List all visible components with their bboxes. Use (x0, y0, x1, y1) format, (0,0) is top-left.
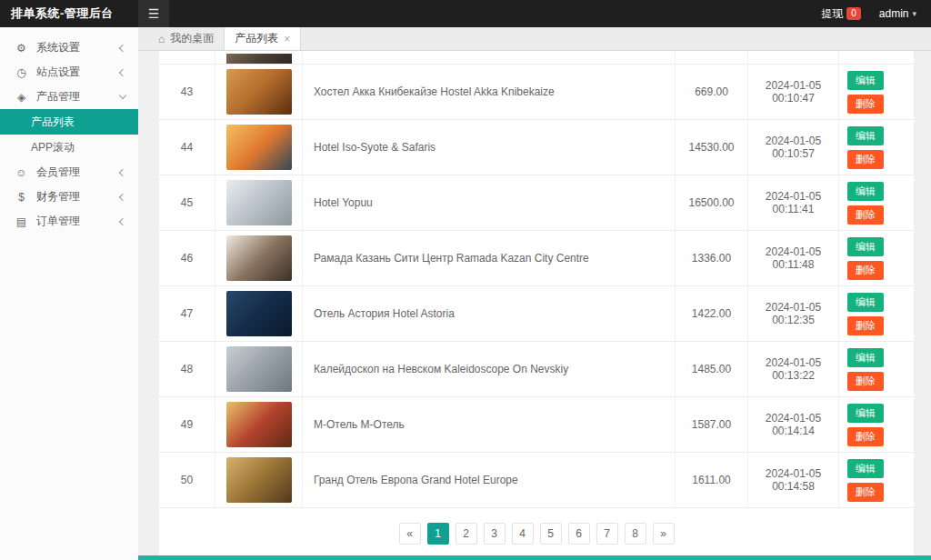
page-button[interactable]: 6 (568, 523, 590, 545)
clock-icon: ◷ (15, 66, 28, 79)
delete-button[interactable]: 删除 (847, 205, 884, 225)
row-id: 43 (159, 65, 215, 119)
dollar-icon: $ (15, 191, 28, 204)
table-row: 48 Калейдоскоп на Невском Kaleidoscope O… (159, 342, 914, 397)
product-table-body: 43 Хостел Акка Книбекайзе Hostel Akka Kn… (159, 65, 914, 508)
chevron-left-icon (119, 68, 126, 75)
edit-button[interactable]: 编辑 (847, 293, 884, 312)
product-price: 669.00 (676, 65, 748, 119)
row-actions: 编辑 删除 (839, 453, 914, 507)
edit-button[interactable]: 编辑 (847, 182, 884, 201)
delete-button[interactable]: 删除 (847, 483, 884, 502)
row-image-cell (215, 397, 303, 452)
delete-button[interactable]: 删除 (847, 95, 884, 114)
hamburger-icon: ☰ (148, 6, 160, 21)
delete-button[interactable]: 删除 (847, 372, 884, 391)
product-image (226, 125, 292, 170)
edit-button[interactable]: 编辑 (847, 71, 884, 90)
chevron-down-icon (119, 92, 126, 99)
tab-label: 我的桌面 (170, 31, 214, 46)
row-image-cell (215, 175, 303, 230)
row-image-cell (215, 231, 303, 285)
delete-button[interactable]: 删除 (847, 261, 884, 280)
row-id (159, 51, 215, 64)
tab-product-list[interactable]: 产品列表 × (225, 27, 301, 50)
sidebar-item-app-scroll[interactable]: APP滚动 (0, 135, 138, 160)
row-actions: 编辑 删除 (839, 397, 914, 452)
delete-button[interactable]: 删除 (847, 150, 884, 169)
product-image (226, 180, 292, 225)
row-image-cell (215, 453, 303, 507)
product-price: 1587.00 (676, 397, 748, 452)
horizontal-scrollbar[interactable] (138, 555, 931, 560)
table-row: 44 Hotel Iso-Syote & Safaris 14530.00 20… (159, 120, 914, 175)
page-button[interactable]: 3 (484, 523, 506, 545)
page-button[interactable]: 8 (625, 523, 646, 545)
withdraw-label: 提现 (821, 6, 843, 22)
product-icon: ◈ (15, 91, 28, 104)
page-button[interactable]: 4 (512, 523, 534, 545)
gear-icon: ⚙ (15, 42, 28, 55)
sidebar-item-product-management[interactable]: ◈ 产品管理 (0, 85, 138, 109)
product-image (226, 69, 292, 115)
close-icon[interactable]: × (284, 33, 290, 45)
table-row: 43 Хостел Акка Книбекайзе Hostel Akka Kn… (159, 65, 914, 120)
edit-button[interactable]: 编辑 (847, 459, 884, 478)
sidebar-toggle-button[interactable]: ☰ (138, 0, 169, 27)
tab-my-desktop[interactable]: ⌂ 我的桌面 (148, 27, 225, 50)
tab-label: 产品列表 (235, 31, 278, 46)
sidebar-item-label: 站点设置 (36, 65, 120, 80)
sidebar-item-system-settings[interactable]: ⚙ 系统设置 (0, 35, 138, 60)
edit-button[interactable]: 编辑 (847, 126, 884, 145)
edit-button[interactable]: 编辑 (847, 348, 884, 367)
row-id: 49 (159, 397, 215, 452)
tab-bar: ⌂ 我的桌面 产品列表 × (138, 27, 931, 51)
product-price: 1611.00 (676, 453, 748, 507)
table-row: 47 Отель Астория Hotel Astoria 1422.00 2… (159, 286, 914, 342)
delete-button[interactable]: 删除 (847, 316, 884, 335)
sidebar-item-order-management[interactable]: ▤ 订单管理 (0, 209, 138, 234)
user-menu[interactable]: admin ▾ (879, 7, 916, 20)
page-button[interactable]: 5 (540, 523, 562, 545)
sidebar-item-finance-management[interactable]: $ 财务管理 (0, 185, 138, 209)
row-actions: 编辑 删除 (839, 231, 914, 285)
product-date: 2024-01-05 00:12:35 (748, 286, 839, 341)
product-price (676, 51, 748, 64)
sidebar-item-site-settings[interactable]: ◷ 站点设置 (0, 60, 138, 85)
page-button[interactable]: 1 (427, 523, 449, 545)
topbar: 排单系统-管理后台 ☰ 提现 0 admin ▾ (0, 0, 931, 27)
product-name: Хостел Акка Книбекайзе Hostel Akka Knibe… (303, 65, 676, 119)
product-image (226, 291, 292, 336)
edit-button[interactable]: 编辑 (847, 404, 884, 423)
table-row: 45 Hotel Yopuu 16500.00 2024-01-05 00:11… (159, 175, 914, 231)
product-date: 2024-01-05 00:13:22 (748, 342, 839, 396)
product-image (226, 235, 292, 281)
row-image-cell (215, 286, 303, 341)
layout: ⚙ 系统设置 ◷ 站点设置 ◈ 产品管理 产品列表 APP滚动 ☺ 会员管理 $… (0, 27, 931, 560)
product-date: 2024-01-05 00:14:58 (748, 453, 839, 507)
product-date: 2024-01-05 00:10:57 (748, 120, 839, 175)
page-button[interactable]: 2 (455, 523, 477, 545)
product-name: Калейдоскоп на Невском Kaleidoscope On N… (303, 342, 676, 396)
withdraw-menu[interactable]: 提现 0 (821, 6, 861, 22)
page-button[interactable]: 7 (596, 523, 618, 545)
row-actions: 编辑 删除 (839, 175, 914, 230)
sidebar-subitem-label: 产品列表 (31, 115, 75, 130)
row-actions: 编辑 删除 (839, 65, 914, 119)
page-button[interactable]: « (399, 523, 421, 545)
edit-button[interactable]: 编辑 (847, 237, 884, 256)
person-icon: ☺ (15, 166, 28, 179)
delete-button[interactable]: 删除 (847, 427, 884, 446)
chevron-left-icon (119, 217, 126, 225)
row-actions: 编辑 删除 (839, 342, 914, 396)
product-image (226, 346, 292, 392)
product-price: 1422.00 (676, 286, 748, 341)
sidebar-item-product-list[interactable]: 产品列表 (0, 109, 138, 135)
product-name: Hotel Yopuu (303, 175, 676, 230)
username: admin (879, 7, 909, 20)
chevron-left-icon (119, 168, 126, 175)
page-button[interactable]: » (653, 523, 675, 545)
sidebar-item-member-management[interactable]: ☺ 会员管理 (0, 160, 138, 185)
content: 43 Хостел Акка Книбекайзе Hostel Akka Kn… (138, 51, 931, 560)
product-price: 1336.00 (676, 231, 748, 285)
